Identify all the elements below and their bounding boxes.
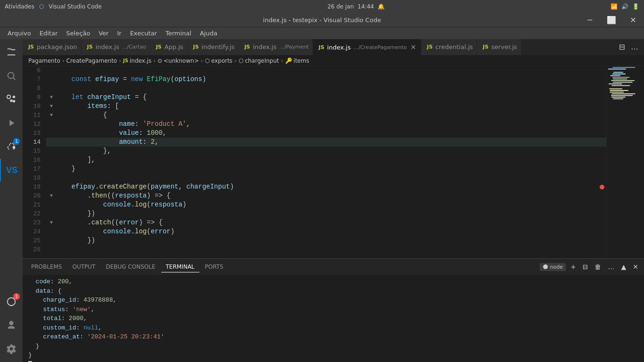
settings-icon[interactable]	[0, 337, 23, 360]
line-num-24: 24	[26, 227, 41, 236]
tab-credential-js[interactable]: JS credential.js	[421, 39, 478, 55]
minimap	[606, 66, 644, 258]
terminal-line-1: code: 200,	[28, 277, 638, 287]
menu-selecao[interactable]: Seleção	[62, 29, 94, 38]
terminal-tab-terminal[interactable]: TERMINAL	[161, 262, 199, 272]
tab-package-json[interactable]: JS package.json	[23, 39, 82, 55]
breadcrumb-chargeinput[interactable]: ⬡ chargeInput	[239, 58, 279, 64]
more-tabs-button[interactable]: …	[629, 41, 640, 52]
code-editor[interactable]: 6 7 8 9 10 11 12 13 14 15 16 17 18 19 20…	[23, 66, 644, 258]
tab-index-payment[interactable]: JS index.js .../Payment	[239, 39, 313, 55]
line-num-14: 14	[26, 138, 41, 147]
terminal-split-button[interactable]: ⊟	[581, 262, 590, 272]
terminal-node-label: node	[540, 263, 566, 271]
terminal-content[interactable]: code: 200, data: { charge_id: 43978888, …	[23, 275, 644, 362]
code-line-7: const efipay = new EfiPay(options)	[46, 75, 606, 84]
code-line-12: name: 'Product A',	[46, 120, 606, 129]
tab-app-js[interactable]: JS App.js	[150, 39, 188, 55]
terminal-cursor-line: █	[28, 360, 638, 362]
code-line-13: value: 1000,	[46, 129, 606, 138]
code-line-6	[46, 66, 606, 75]
system-bar-center: 26 de jan 14:44 🔔	[327, 3, 385, 10]
code-line-18	[46, 173, 606, 182]
breadcrumb-pagamento[interactable]: Pagamento	[28, 58, 60, 64]
tab-server-js[interactable]: JS server.js	[477, 39, 521, 55]
terminal-line-6: custom_id: null,	[28, 323, 638, 333]
tab-path-index-cartao: .../Cartao	[122, 44, 146, 50]
breadcrumb-indexjs[interactable]: JS index.js	[123, 58, 151, 64]
menu-editar[interactable]: Editar	[36, 29, 62, 38]
window-title: index.js - testepix - Visual Studio Code	[263, 16, 381, 24]
editor-area: JS package.json JS index.js .../Cartao J…	[23, 39, 644, 362]
vscode-brand-icon[interactable]: VS	[0, 159, 23, 181]
source-control-icon[interactable]	[0, 88, 23, 111]
code-line-15: },	[46, 147, 606, 156]
fold-icon-10[interactable]: ▼	[48, 103, 55, 110]
extensions-icon[interactable]: 1	[0, 135, 23, 158]
code-line-23: ▼ .catch((error) => {	[46, 218, 606, 227]
tab-indentify-js[interactable]: JS indentify.js	[188, 39, 239, 55]
terminal-maximize-button[interactable]: ▲	[619, 262, 628, 272]
run-debug-icon[interactable]	[0, 112, 23, 134]
line-num-12: 12	[26, 120, 41, 129]
minimize-button[interactable]: ─	[579, 13, 601, 27]
line-num-20: 20	[26, 191, 41, 200]
split-editor-button[interactable]: ⊟	[617, 41, 627, 52]
terminal-more-button[interactable]: …	[606, 262, 616, 272]
terminal-tab-output[interactable]: OUTPUT	[68, 262, 100, 272]
breadcrumb-createpagamento[interactable]: CreatePagamento	[66, 58, 117, 64]
fold-icon-23[interactable]: ▼	[48, 220, 55, 226]
line-num-8: 8	[26, 84, 41, 93]
tab-label-server: server.js	[491, 43, 517, 50]
menu-ajuda[interactable]: Ajuda	[196, 29, 221, 38]
notification-icon: 🔔	[378, 3, 385, 10]
tab-index-createpagamento[interactable]: JS index.js .../CreatePagamento ✕	[313, 39, 421, 55]
terminal-tab-debug-console[interactable]: DEBUG CONSOLE	[101, 262, 160, 272]
terminal-tab-ports[interactable]: PORTS	[200, 262, 228, 272]
tab-index-cartao[interactable]: JS index.js .../Cartao	[82, 39, 150, 55]
tab-label-app: App.js	[165, 43, 183, 50]
breadcrumb-exports[interactable]: ⬡ exports	[205, 58, 233, 64]
maximize-button[interactable]: ⬜	[601, 13, 622, 27]
search-icon[interactable]	[0, 65, 23, 87]
fold-icon-20[interactable]: ▼	[48, 193, 55, 199]
explorer-icon[interactable]	[0, 41, 23, 64]
terminal-tab-problems[interactable]: PROBLEMS	[26, 262, 67, 272]
account-icon[interactable]	[0, 314, 23, 337]
code-line-19: efipay.createCharge(payment, chargeInput…	[46, 182, 606, 191]
fold-icon-11[interactable]: ▼	[48, 112, 55, 119]
tab-icon-credential: JS	[427, 44, 433, 50]
code-content[interactable]: const efipay = new EfiPay(options) ▼ let…	[46, 66, 606, 258]
terminal-add-button[interactable]: +	[569, 262, 578, 272]
menu-ir[interactable]: Ir	[113, 29, 125, 38]
terminal-close-button[interactable]: ✕	[631, 262, 640, 272]
line-num-15: 15	[26, 147, 41, 156]
svg-point-2	[543, 264, 548, 269]
breadcrumb-items-icon: 🔑	[285, 58, 292, 64]
terminal-trash-button[interactable]: 🗑	[593, 262, 603, 272]
code-line-8	[46, 84, 606, 93]
menu-executar[interactable]: Executar	[126, 29, 161, 38]
fold-icon-9[interactable]: ▼	[48, 94, 55, 101]
tab-label-indentify: indentify.js	[202, 43, 235, 50]
menu-ver[interactable]: Ver	[95, 29, 112, 38]
tab-close-index-create[interactable]: ✕	[410, 43, 417, 51]
terminal-tabs: PROBLEMS OUTPUT DEBUG CONSOLE TERMINAL P…	[23, 259, 644, 275]
breadcrumb-items[interactable]: 🔑 items	[285, 58, 309, 64]
breadcrumb-unknown[interactable]: ⊙ <unknown>	[157, 58, 199, 64]
remote-icon[interactable]: 1	[0, 290, 23, 313]
breadcrumb: Pagamento › CreatePagamento › JS index.j…	[23, 56, 644, 66]
line-numbers: 6 7 8 9 10 11 12 13 14 15 16 17 18 19 20…	[23, 66, 46, 258]
menu-arquivo[interactable]: Arquivo	[4, 29, 35, 38]
main-layout: 1 VS 1 JS package.json	[0, 39, 644, 362]
line-num-13: 13	[26, 129, 41, 138]
terminal-line-5: total: 2000,	[28, 314, 638, 323]
code-line-22: })	[46, 209, 606, 218]
title-bar-controls[interactable]: ─ ⬜ ✕	[579, 13, 644, 27]
tab-label-index-create: index.js	[327, 44, 351, 51]
close-button[interactable]: ✕	[622, 13, 644, 27]
code-line-11: ▼ {	[46, 111, 606, 120]
system-date: 26 de jan	[327, 3, 354, 10]
tab-icon-index-create: JS	[319, 44, 324, 50]
menu-terminal[interactable]: Terminal	[162, 29, 195, 38]
